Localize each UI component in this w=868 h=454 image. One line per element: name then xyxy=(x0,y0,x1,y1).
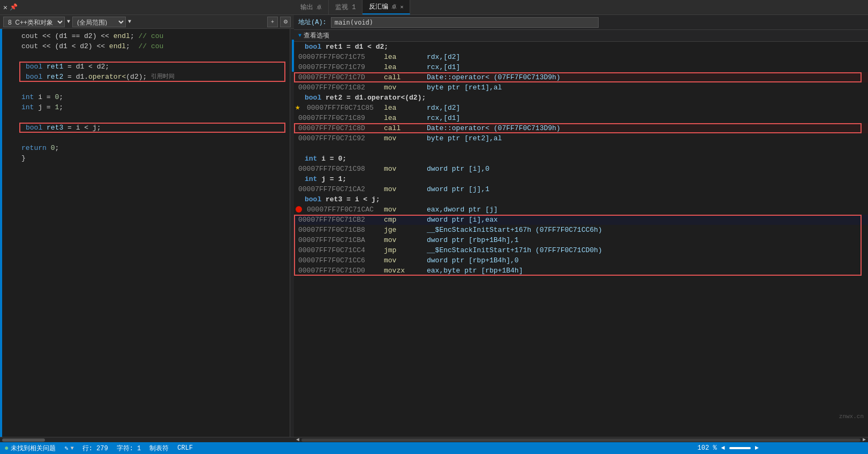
code-content[interactable]: cout << (d1 == d2) << endl; // cou cout … xyxy=(17,29,290,437)
disasm-source-line: int i = 0; xyxy=(294,154,868,164)
status-encoding-label: CRLF xyxy=(177,444,193,452)
code-line xyxy=(21,51,285,62)
status-encoding: CRLF xyxy=(177,444,193,452)
code-line: int i = 0; xyxy=(21,92,285,102)
status-char-info: 字符: 1 xyxy=(117,444,141,453)
class-dropdown[interactable]: 8_C++类和对象 xyxy=(3,17,65,27)
options-bar[interactable]: ▼ 查看选项 xyxy=(294,30,868,42)
chevron-down-icon: ▼ xyxy=(67,19,70,25)
edit-icon: ✎ xyxy=(64,444,68,452)
status-tab-type: 制表符 xyxy=(149,444,169,453)
disasm-asm-line: 00007FF7F0C71CB2 cmp dword ptr [i],eax xyxy=(294,215,868,225)
check-icon: ● xyxy=(4,444,9,452)
disasm-box-wrapper-2: 00007FF7F0C71C8D call Date::operator< (0… xyxy=(294,123,868,133)
tab-label: 反汇编 xyxy=(369,2,388,11)
disasm-asm-line: 00007FF7F0C71CB8 jge __$EncStackInitStar… xyxy=(294,225,868,235)
disasm-asm-line: 00007FF7F0C71CC4 jmp __$EncStackInitStar… xyxy=(294,245,868,255)
disasm-source-line: bool ret1 = d1 < d2; xyxy=(294,42,868,52)
tab-watch[interactable]: 监视 1 xyxy=(329,0,363,14)
status-no-issues: ● 未找到相关问题 xyxy=(4,444,56,453)
code-line: int j = 1; xyxy=(21,102,285,112)
right-panel: 输出 卓 监视 1 反汇编 卓 ✕ 地址(A): xyxy=(294,0,868,442)
line-numbers xyxy=(2,29,17,437)
code-line: bool ret1 = d1 < d2; xyxy=(21,62,285,72)
scope-dropdown[interactable]: (全局范围) xyxy=(72,17,126,27)
status-zoom-label: 102 % xyxy=(698,444,717,452)
disasm-blank xyxy=(294,143,868,154)
editor-bottom-scrollbar[interactable] xyxy=(0,437,294,442)
disasm-asm-line: 00007FF7F0C71C98 mov dword ptr [i],0 xyxy=(294,164,868,174)
close-icon[interactable]: ✕ xyxy=(3,3,7,12)
disasm-asm-line: 00007FF7F0C71CD0 movzx eax,byte ptr [rbp… xyxy=(294,266,868,276)
disasm-asm-line: 00007FF7F0C71C8D call Date::operator< (0… xyxy=(294,123,868,133)
address-bar: 地址(A): xyxy=(294,15,868,30)
disasm-asm-line: ★ 00007FF7F0C71C85 lea rdx,[d2] xyxy=(294,103,868,113)
status-row: ▼ xyxy=(71,445,74,451)
pin-icon[interactable]: 📌 xyxy=(10,3,18,11)
settings-button[interactable]: ⚙ xyxy=(280,17,291,27)
status-zoom: 102 % ◄ ► xyxy=(698,442,761,454)
chevron-icon: ▼ xyxy=(298,33,301,39)
disasm-asm-line: 00007FF7F0C71CC6 mov dword ptr [rbp+1B4h… xyxy=(294,255,868,266)
disasm-box-wrapper-3: 00007FF7F0C71CB2 cmp dword ptr [i],eax 0… xyxy=(294,215,868,276)
options-label: 查看选项 xyxy=(304,31,329,40)
code-line xyxy=(21,82,285,92)
disasm-box-wrapper-1: 00007FF7F0C71C7D call Date::operator< (0… xyxy=(294,72,868,82)
disasm-asm-line: 00007FF7F0C71CBA mov dword ptr [rbp+1B4h… xyxy=(294,235,868,245)
star-icon: ★ xyxy=(295,103,300,113)
status-row-label: 行: 279 xyxy=(82,444,108,453)
disasm-asm-line: 00007FF7F0C71C92 mov byte ptr [ret2],al xyxy=(294,133,868,143)
tab-bar: 输出 卓 监视 1 反汇编 卓 ✕ xyxy=(294,0,868,15)
disasm-asm-line: 00007FF7F0C71CAC mov eax,dword ptr [j] xyxy=(294,205,868,215)
disasm-source-line: bool ret3 = i < j; xyxy=(294,194,868,205)
disasm-content[interactable]: bool ret1 = d1 < d2; 00007FF7F0C71C75 le… xyxy=(294,42,868,437)
tab-close-icon[interactable]: ✕ xyxy=(400,4,403,10)
disasm-source-line: int j = 1; xyxy=(294,174,868,184)
code-line: return 0; xyxy=(21,143,285,153)
tab-icon: 卓 xyxy=(316,4,322,11)
editor-second-bar: 8_C++类和对象 ▼ (全局范围) ▼ + ⚙ xyxy=(0,15,294,29)
disasm-asm-line: 00007FF7F0C71C79 lea rcx,[d1] xyxy=(294,62,868,72)
disasm-asm-line: 00007FF7F0C71C82 mov byte ptr [ret1],al xyxy=(294,82,868,93)
watermark: znwx.cn xyxy=(839,413,864,420)
address-label: 地址(A): xyxy=(298,18,327,27)
left-panel: ✕ 📌 8_C++类和对象 ▼ (全局范围) ▼ + ⚙ xyxy=(0,0,294,442)
status-row-info: 行: 279 xyxy=(82,444,108,453)
pin-button[interactable]: + xyxy=(267,17,278,27)
status-edit-icon[interactable]: ✎ ▼ xyxy=(64,444,73,452)
editor-scrollbar[interactable] xyxy=(290,29,294,437)
editor-header: ✕ 📌 xyxy=(0,0,294,15)
disasm-asm-line: 00007FF7F0C71C7D call Date::operator< (0… xyxy=(294,72,868,82)
tab-label: 监视 1 xyxy=(335,3,356,12)
code-line xyxy=(21,133,285,143)
address-input[interactable] xyxy=(331,17,599,28)
disasm-bottom-scrollbar[interactable]: ◄ ► xyxy=(294,437,868,442)
disasm-source-line: bool ret2 = d1.operator<(d2); xyxy=(294,93,868,103)
tab-pin-icon[interactable]: 卓 xyxy=(391,3,397,11)
tab-label: 输出 xyxy=(300,3,313,12)
breakpoint-icon xyxy=(296,206,302,213)
status-char-label: 字符: 1 xyxy=(117,444,141,453)
status-tab-label: 制表符 xyxy=(149,444,169,453)
tab-output[interactable]: 输出 卓 xyxy=(294,0,329,14)
code-line: bool ret2 = d1.operator<(d2); 引用时间 xyxy=(21,72,285,82)
disasm-asm-line: 00007FF7F0C71C75 lea rdx,[d2] xyxy=(294,52,868,62)
code-line xyxy=(21,112,285,123)
tab-disasm[interactable]: 反汇编 卓 ✕ xyxy=(363,0,410,14)
chevron-down-icon-2: ▼ xyxy=(128,19,131,25)
status-no-issues-label: 未找到相关问题 xyxy=(11,444,56,453)
code-line: cout << (d1 < d2) << endl; // cou xyxy=(21,41,285,51)
code-area: cout << (d1 == d2) << endl; // cou cout … xyxy=(0,29,294,437)
disasm-asm-line: 00007FF7F0C71C89 lea rcx,[d1] xyxy=(294,113,868,123)
disasm-asm-line: 00007FF7F0C71CA2 mov dword ptr [j],1 xyxy=(294,184,868,194)
code-line: bool ret3 = i < j; xyxy=(21,123,285,133)
code-line: cout << (d1 == d2) << endl; // cou xyxy=(21,31,285,41)
status-bar: ● 未找到相关问题 ✎ ▼ 行: 279 字符: 1 制表符 CRLF 102 … xyxy=(0,442,868,454)
code-line: } xyxy=(21,153,285,163)
